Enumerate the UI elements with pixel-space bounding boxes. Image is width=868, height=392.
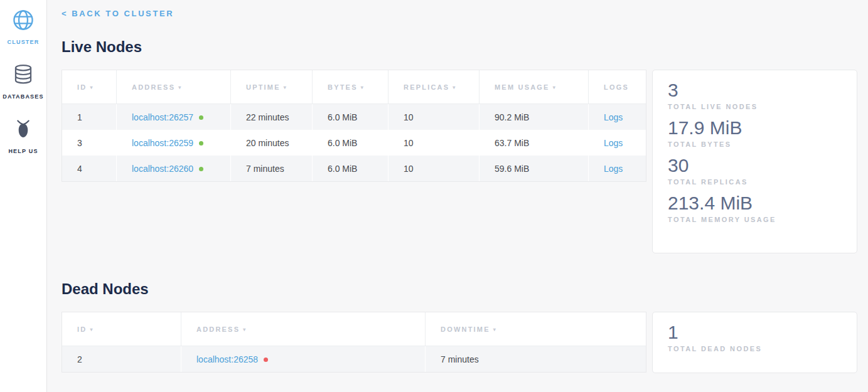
live-nodes-table: ID▾ ADDRESS▾ UPTIME▾ BYTES▾ REPLICAS▾ ME… [62,70,646,182]
node-mem-usage-cell: 59.6 MiB [480,156,589,181]
stat-label: TOTAL MEMORY USAGE [668,216,842,223]
column-header-address[interactable]: ADDRESS▾ [181,312,426,346]
node-id-cell: 2 [62,346,181,372]
column-header-mem-usage[interactable]: MEM USAGE▾ [480,70,589,104]
live-nodes-summary-card: 3 TOTAL LIVE NODES 17.9 MiB TOTAL BYTES … [652,70,857,253]
node-address-link[interactable]: localhost:26259 [132,138,193,148]
node-uptime-cell: 22 minutes [231,104,313,130]
stat-label: TOTAL REPLICAS [668,178,842,186]
sidebar: CLUSTER DATABASES HELP US [0,0,47,392]
stat-label: TOTAL LIVE NODES [668,103,842,110]
summary-stat: 3 TOTAL LIVE NODES [668,79,842,110]
node-mem-usage-cell: 63.7 MiB [480,130,589,156]
live-nodes-title: Live Nodes [62,38,857,56]
sort-arrow-icon: ▾ [90,85,94,90]
logs-link[interactable]: Logs [604,138,623,148]
sort-arrow-icon: ▾ [178,85,182,90]
sidebar-item-label: CLUSTER [8,39,40,45]
node-replicas-cell: 10 [388,156,480,181]
live-nodes-section: ID▾ ADDRESS▾ UPTIME▾ BYTES▾ REPLICAS▾ ME… [62,70,857,253]
node-address-cell: localhost:26258 [181,346,426,372]
sort-arrow-icon: ▾ [90,327,94,332]
dead-table-header-row: ID▾ ADDRESS▾ DOWNTIME▾ [62,312,646,346]
stat-label: TOTAL BYTES [668,140,842,148]
column-header-uptime[interactable]: UPTIME▾ [231,70,313,104]
column-header-bytes[interactable]: BYTES▾ [313,70,388,104]
table-row: 2 localhost:26258 7 minutes [62,346,646,372]
cockroach-bug-icon [0,117,46,142]
node-logs-cell: Logs [589,130,646,156]
sidebar-item-help-us[interactable]: HELP US [0,117,46,156]
node-uptime-cell: 7 minutes [231,156,313,181]
dead-nodes-table: ID▾ ADDRESS▾ DOWNTIME▾ 2 localhost:26258… [62,312,646,373]
database-stack-icon [0,63,46,88]
column-header-logs: LOGS [589,70,646,104]
node-replicas-cell: 10 [388,104,480,130]
node-bytes-cell: 6.0 MiB [313,130,388,156]
stat-value: 1 [668,321,842,344]
globe-icon [0,8,46,33]
summary-stat: 30 TOTAL REPLICAS [668,154,842,186]
summary-stat: 17.9 MiB TOTAL BYTES [668,117,842,148]
back-chevron-icon: < [62,9,68,18]
node-id-cell: 1 [62,104,117,130]
sort-arrow-icon: ▾ [284,85,287,90]
dead-nodes-summary-card: 1 TOTAL DEAD NODES [652,312,857,373]
dead-nodes-title: Dead Nodes [62,280,857,298]
node-address-cell: localhost:26260 [117,156,231,181]
live-status-dot-icon [199,167,203,171]
sort-arrow-icon: ▾ [361,85,365,90]
logs-link[interactable]: Logs [604,112,623,122]
node-id-cell: 4 [62,156,117,181]
column-header-address[interactable]: ADDRESS▾ [117,70,231,104]
table-row: 3 localhost:26259 20 minutes 6.0 MiB 10 … [62,130,646,156]
table-row: 4 localhost:26260 7 minutes 6.0 MiB 10 5… [62,156,646,181]
node-address-cell: localhost:26257 [117,104,231,130]
node-downtime-cell: 7 minutes [426,346,646,372]
node-address-link[interactable]: localhost:26260 [132,164,193,174]
live-table-header-row: ID▾ ADDRESS▾ UPTIME▾ BYTES▾ REPLICAS▾ ME… [62,70,646,104]
node-replicas-cell: 10 [388,130,480,156]
sidebar-item-cluster[interactable]: CLUSTER [0,8,46,46]
sort-arrow-icon: ▾ [453,85,456,90]
column-header-id[interactable]: ID▾ [62,70,117,104]
stat-value: 30 [668,154,842,177]
node-bytes-cell: 6.0 MiB [313,156,388,181]
stat-label: TOTAL DEAD NODES [668,345,842,352]
live-status-dot-icon [199,115,203,120]
sidebar-item-databases[interactable]: DATABASES [0,63,46,101]
summary-stat: 1 TOTAL DEAD NODES [668,321,842,352]
summary-stat: 213.4 MiB TOTAL MEMORY USAGE [668,192,842,223]
node-bytes-cell: 6.0 MiB [313,104,388,130]
sort-arrow-icon: ▾ [243,327,247,332]
node-id-cell: 3 [62,130,117,156]
sort-arrow-icon: ▾ [493,327,497,332]
sidebar-item-label: DATABASES [3,93,43,100]
node-logs-cell: Logs [589,104,646,130]
node-mem-usage-cell: 90.2 MiB [480,104,589,130]
back-to-cluster-link[interactable]: <BACK TO CLUSTER [62,9,174,18]
back-link-label: BACK TO CLUSTER [72,9,174,18]
column-header-replicas[interactable]: REPLICAS▾ [388,70,480,104]
dead-nodes-section: ID▾ ADDRESS▾ DOWNTIME▾ 2 localhost:26258… [62,312,857,373]
main-content: <BACK TO CLUSTER Live Nodes ID▾ ADDRESS▾… [48,0,868,392]
stat-value: 213.4 MiB [668,192,842,215]
sidebar-item-label: HELP US [8,148,38,154]
dead-status-dot-icon [264,358,268,362]
node-address-link[interactable]: localhost:26258 [196,354,258,364]
logs-link[interactable]: Logs [604,164,623,174]
live-status-dot-icon [199,141,203,146]
column-header-id[interactable]: ID▾ [62,312,181,346]
node-logs-cell: Logs [589,156,646,181]
table-row: 1 localhost:26257 22 minutes 6.0 MiB 10 … [62,104,646,130]
node-uptime-cell: 20 minutes [231,130,313,156]
sort-arrow-icon: ▾ [553,85,557,90]
node-address-link[interactable]: localhost:26257 [132,112,193,122]
stat-value: 3 [668,79,842,102]
column-header-downtime[interactable]: DOWNTIME▾ [426,312,646,346]
stat-value: 17.9 MiB [668,117,842,139]
node-address-cell: localhost:26259 [117,130,231,156]
